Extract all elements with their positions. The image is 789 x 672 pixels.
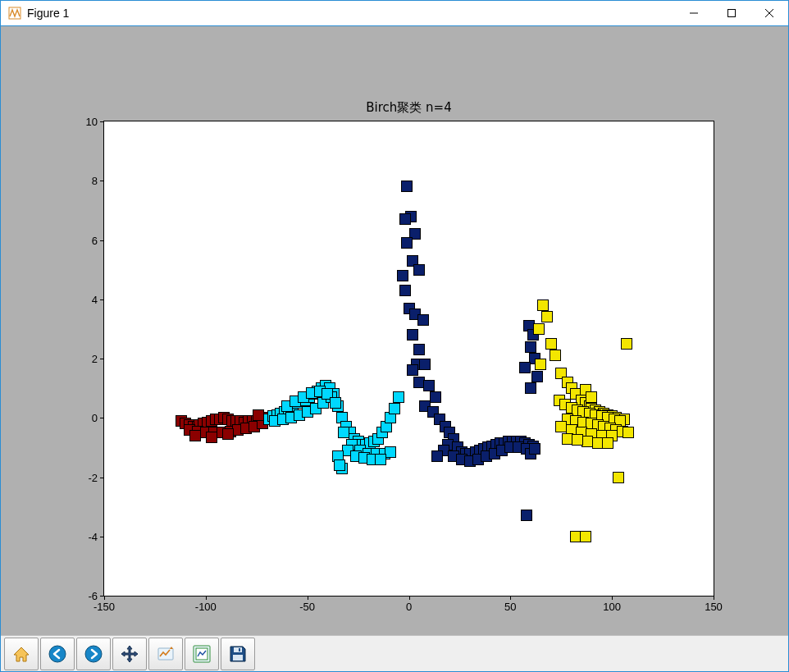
data-point <box>572 434 583 446</box>
data-point <box>413 344 425 355</box>
back-button[interactable] <box>40 638 75 670</box>
data-point <box>621 338 632 350</box>
minimize-button[interactable] <box>675 1 713 25</box>
data-point <box>401 237 413 249</box>
app-window: Figure 1 Birch聚类 n=4 -150-100-5005010015… <box>0 0 789 672</box>
svg-point-6 <box>85 646 102 662</box>
svg-rect-10 <box>234 647 242 652</box>
data-point <box>407 364 418 376</box>
titlebar: Figure 1 <box>1 1 788 26</box>
data-point <box>401 181 413 192</box>
app-icon <box>7 6 22 21</box>
data-point <box>393 391 404 403</box>
data-point <box>389 403 400 414</box>
data-point <box>413 264 425 276</box>
data-point <box>529 443 540 455</box>
data-point <box>586 391 597 403</box>
data-point <box>535 359 546 370</box>
y-tick-label: 10 <box>86 116 98 128</box>
y-tick-label: 8 <box>92 175 98 187</box>
y-tick-label: -2 <box>88 471 98 483</box>
y-tick-label: 6 <box>92 234 98 246</box>
data-point <box>613 472 624 483</box>
data-point <box>519 362 531 373</box>
data-point <box>430 391 441 403</box>
svg-point-5 <box>49 646 66 662</box>
y-tick-label: -6 <box>88 590 98 602</box>
pan-button[interactable] <box>112 638 147 670</box>
x-tick-label: -150 <box>93 601 115 613</box>
data-point <box>431 450 443 462</box>
data-point <box>545 338 557 350</box>
data-point <box>399 285 411 296</box>
data-point <box>541 311 553 322</box>
data-point <box>397 270 408 281</box>
y-tick-label: 4 <box>92 293 98 305</box>
data-point <box>338 427 349 438</box>
svg-rect-12 <box>239 648 240 651</box>
data-point <box>419 359 431 370</box>
data-point <box>423 380 435 391</box>
data-point <box>533 323 545 335</box>
data-point <box>550 350 561 361</box>
x-tick-label: 0 <box>406 601 412 613</box>
data-point <box>189 430 201 441</box>
data-point <box>525 382 536 394</box>
home-button[interactable] <box>4 638 39 670</box>
svg-rect-11 <box>233 655 243 661</box>
figure-canvas[interactable]: Birch聚类 n=4 -150-100-50050100150-6-4-202… <box>1 26 788 635</box>
data-point <box>330 397 341 409</box>
nav-toolbar <box>1 635 788 671</box>
save-button[interactable] <box>221 638 255 670</box>
data-point <box>525 341 536 353</box>
x-tick-label: 100 <box>603 601 621 613</box>
data-point <box>521 510 532 521</box>
chart-title: Birch聚类 n=4 <box>103 100 714 116</box>
y-tick-label: 0 <box>92 412 98 424</box>
y-tick-label: -4 <box>88 530 98 542</box>
forward-button[interactable] <box>76 638 111 670</box>
zoom-button[interactable] <box>148 638 183 670</box>
data-point <box>334 459 345 471</box>
data-point <box>537 299 549 311</box>
data-point <box>531 371 543 382</box>
data-point <box>206 432 217 443</box>
x-tick-label: -100 <box>195 601 217 613</box>
data-point <box>623 427 634 438</box>
x-tick-label: 150 <box>705 601 723 613</box>
data-point <box>602 437 613 449</box>
data-point <box>417 314 429 326</box>
plot-axes: -150-100-50050100150-6-4-20246810 <box>103 121 714 597</box>
data-point <box>580 531 591 542</box>
maximize-button[interactable] <box>713 1 750 25</box>
data-point <box>375 454 386 465</box>
close-button[interactable] <box>750 1 788 25</box>
x-tick-label: 50 <box>504 601 516 613</box>
x-tick-label: -50 <box>299 601 315 613</box>
svg-rect-2 <box>728 10 736 17</box>
window-title: Figure 1 <box>27 7 69 20</box>
subplots-button[interactable] <box>185 638 219 670</box>
data-point <box>407 329 418 341</box>
y-tick-label: 2 <box>92 353 98 365</box>
data-point <box>399 213 411 225</box>
data-point <box>385 446 396 458</box>
data-point <box>222 428 234 440</box>
